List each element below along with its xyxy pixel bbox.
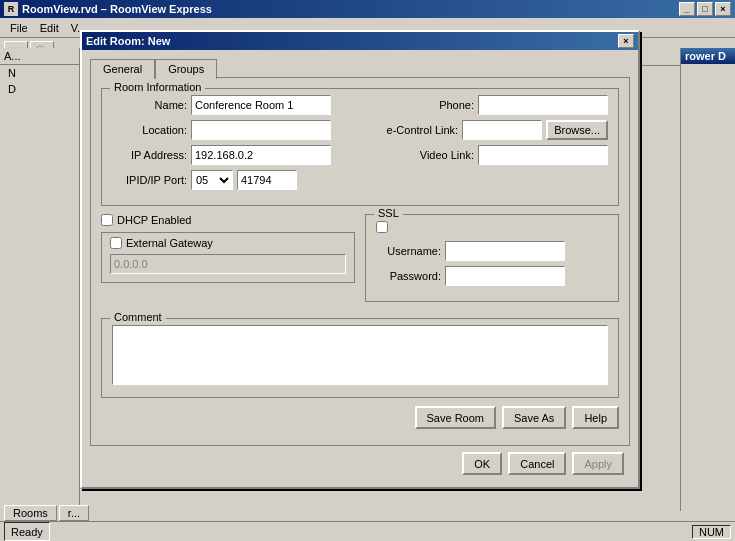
location-row: Location: e-Control Link: Browse... xyxy=(112,120,608,140)
dialog-title: Edit Room: New xyxy=(86,35,170,47)
cancel-button[interactable]: Cancel xyxy=(508,452,566,475)
menu-edit[interactable]: Edit xyxy=(34,20,65,36)
bottom-tabs: Rooms r... xyxy=(0,503,93,521)
dhcp-label: DHCP Enabled xyxy=(117,214,191,226)
minimize-btn[interactable]: _ xyxy=(679,2,695,16)
ssl-username-row: Username: xyxy=(376,241,608,261)
left-col: DHCP Enabled External Gateway xyxy=(101,214,355,310)
title-bar-buttons: _ □ × xyxy=(679,2,731,16)
status-ready: Ready xyxy=(4,522,50,541)
ssl-password-row: Password: xyxy=(376,266,608,286)
phone-label: Phone: xyxy=(426,99,474,111)
status-num: NUM xyxy=(692,525,731,539)
tree-item-1[interactable]: N xyxy=(0,65,79,81)
dhcp-checkbox[interactable] xyxy=(101,214,113,226)
name-label: Name: xyxy=(112,99,187,111)
comment-fieldset: Comment xyxy=(101,318,619,398)
bottom-tab-rooms[interactable]: Rooms xyxy=(4,505,57,521)
ipid-label: IPID/IP Port: xyxy=(112,174,187,186)
save-row: Save Room Save As Help xyxy=(101,406,619,429)
room-info-fieldset: Room Information Name: Phone: Location: xyxy=(101,88,619,206)
dialog-close-btn[interactable]: × xyxy=(618,34,634,48)
video-label: Video Link: xyxy=(414,149,474,161)
ipid-row: IPID/IP Port: 05 06 07 08 xyxy=(112,170,608,190)
dialog-tabs: General Groups xyxy=(90,58,630,78)
port-input[interactable] xyxy=(237,170,297,190)
ext-gateway-fieldset: External Gateway xyxy=(101,232,355,283)
right-panel-label: rower D xyxy=(685,50,726,62)
ip-input[interactable] xyxy=(191,145,331,165)
save-room-button[interactable]: Save Room xyxy=(415,406,496,429)
left-panel-header: A... xyxy=(0,48,79,65)
menu-file[interactable]: File xyxy=(4,20,34,36)
status-right: NUM xyxy=(692,525,731,539)
dialog-body: General Groups Room Information Name: P xyxy=(82,50,638,487)
dialog-bottom-btns: OK Cancel Apply xyxy=(90,452,630,479)
right-panel-header: rower D xyxy=(681,48,735,64)
ipid-select[interactable]: 05 06 07 08 xyxy=(191,170,233,190)
tab-general-content: Room Information Name: Phone: Location: xyxy=(90,77,630,446)
ssl-username-label: Username: xyxy=(376,245,441,257)
ip-label: IP Address: xyxy=(112,149,187,161)
video-input[interactable] xyxy=(478,145,608,165)
ssl-fieldset: SSL Username: Password: xyxy=(365,214,619,302)
app-icon: R xyxy=(4,2,18,16)
left-panel: A... N D xyxy=(0,48,80,511)
tree-item-label-2: D xyxy=(8,83,16,95)
location-input[interactable] xyxy=(191,120,331,140)
name-input[interactable] xyxy=(191,95,331,115)
ok-button[interactable]: OK xyxy=(462,452,502,475)
ext-gateway-input[interactable] xyxy=(110,254,346,274)
econtrol-label: e-Control Link: xyxy=(368,124,458,136)
status-bar: Ready NUM xyxy=(0,521,735,541)
name-row: Name: Phone: xyxy=(112,95,608,115)
close-btn[interactable]: × xyxy=(715,2,731,16)
ext-gateway-checkbox[interactable] xyxy=(110,237,122,249)
ip-row: IP Address: Video Link: xyxy=(112,145,608,165)
main-title-bar: R RoomView.rvd – RoomView Express _ □ × xyxy=(0,0,735,18)
tab-general[interactable]: General xyxy=(90,59,155,79)
status-ready-text: Ready xyxy=(11,526,43,538)
phone-input[interactable] xyxy=(478,95,608,115)
tab-groups[interactable]: Groups xyxy=(155,59,217,79)
ssl-checkbox[interactable] xyxy=(376,221,388,233)
ssl-legend: SSL xyxy=(374,207,403,219)
right-col: SSL Username: Password: xyxy=(365,214,619,310)
main-window: R RoomView.rvd – RoomView Express _ □ × … xyxy=(0,0,735,541)
apply-button[interactable]: Apply xyxy=(572,452,624,475)
dhcp-row: DHCP Enabled xyxy=(101,214,355,226)
status-num-text: NUM xyxy=(699,526,724,538)
comment-textarea[interactable] xyxy=(112,325,608,385)
main-title: RoomView.rvd – RoomView Express xyxy=(22,3,212,15)
left-panel-label: A... xyxy=(4,50,21,62)
econtrol-input[interactable] xyxy=(462,120,542,140)
dialog-title-bar: Edit Room: New × xyxy=(82,32,638,50)
save-as-button[interactable]: Save As xyxy=(502,406,566,429)
ssl-username-input[interactable] xyxy=(445,241,565,261)
room-info-legend: Room Information xyxy=(110,81,205,93)
browse-button[interactable]: Browse... xyxy=(546,120,608,140)
location-label: Location: xyxy=(112,124,187,136)
two-col-section: DHCP Enabled External Gateway xyxy=(101,214,619,310)
edit-room-dialog: Edit Room: New × General Groups Room Inf… xyxy=(80,30,640,489)
ext-gateway-label: External Gateway xyxy=(126,237,213,249)
tree-item-2[interactable]: D xyxy=(0,81,79,97)
maximize-btn[interactable]: □ xyxy=(697,2,713,16)
comment-legend: Comment xyxy=(110,311,166,323)
ssl-password-input[interactable] xyxy=(445,266,565,286)
bottom-tab-2[interactable]: r... xyxy=(59,505,89,521)
right-panel: rower D xyxy=(680,48,735,511)
help-button[interactable]: Help xyxy=(572,406,619,429)
tree-item-label: N xyxy=(8,67,16,79)
ssl-password-label: Password: xyxy=(376,270,441,282)
